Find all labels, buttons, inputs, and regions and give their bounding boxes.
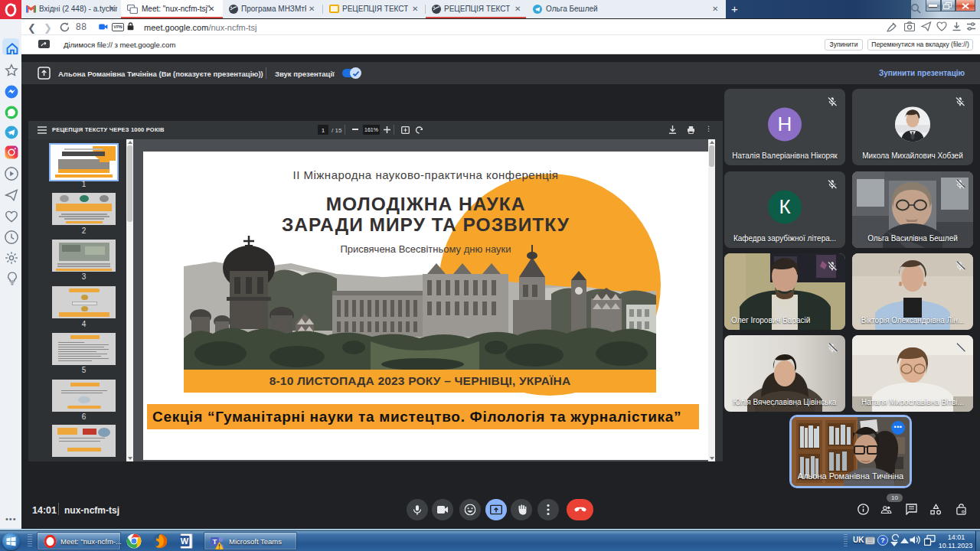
svg-text:W: W bbox=[181, 536, 189, 546]
svg-text:?: ? bbox=[880, 536, 885, 544]
